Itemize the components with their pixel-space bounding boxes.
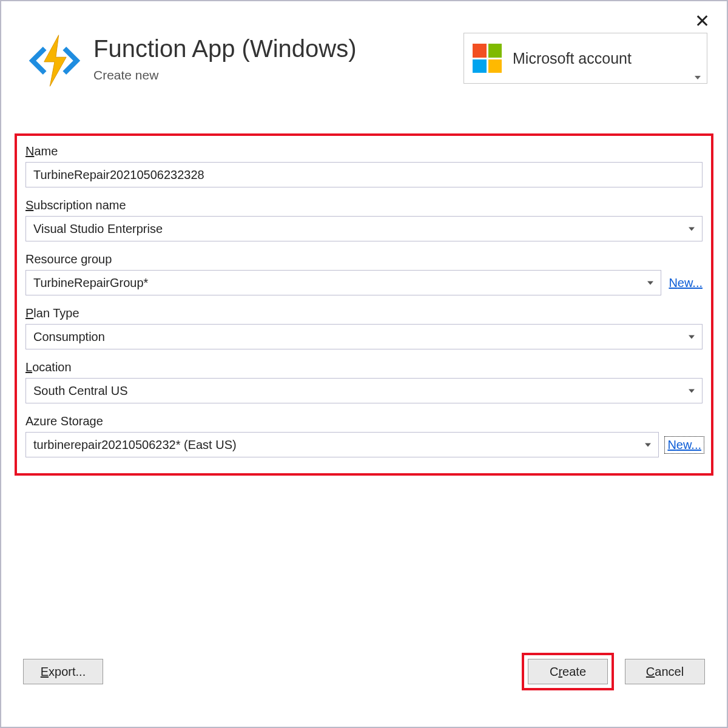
location-label: Location (25, 360, 72, 374)
chevron-down-icon (645, 443, 651, 447)
chevron-down-icon (689, 335, 695, 339)
chevron-down-icon (647, 281, 653, 285)
field-resource-group: Resource group TurbineRepairGroup* New..… (25, 252, 703, 295)
page-subtitle: Create new (93, 68, 463, 83)
chevron-down-icon (689, 389, 695, 393)
subscription-value: Visual Studio Enterprise (33, 222, 163, 236)
close-icon[interactable]: ✕ (695, 12, 710, 30)
subscription-label: Subscription name (25, 198, 126, 212)
azure-storage-new-link[interactable]: New... (666, 438, 703, 452)
account-label: Microsoft account (513, 50, 632, 67)
microsoft-logo-icon (473, 44, 502, 73)
page-title: Function App (Windows) (93, 35, 463, 62)
dialog-header: Function App (Windows) Create new Micros… (25, 35, 713, 90)
export-button[interactable]: Export... (23, 659, 103, 684)
location-select[interactable]: South Central US (25, 378, 703, 403)
field-subscription: Subscription name Visual Studio Enterpri… (25, 198, 703, 241)
account-selector[interactable]: Microsoft account (463, 33, 707, 84)
dialog-function-app-create: ✕ Function App (Windows) Create new Micr… (0, 0, 728, 728)
azure-storage-value: turbinerepair20210506232* (East US) (33, 438, 237, 452)
name-label: Name (25, 144, 58, 158)
dialog-footer: Export... Create Cancel (23, 653, 705, 690)
chevron-down-icon (689, 228, 695, 231)
azure-storage-label: Azure Storage (25, 414, 103, 428)
cancel-button[interactable]: Cancel (625, 659, 705, 684)
create-button[interactable]: Create (528, 659, 608, 684)
field-azure-storage: Azure Storage turbinerepair20210506232* … (25, 414, 703, 457)
subscription-select[interactable]: Visual Studio Enterprise (25, 216, 703, 241)
resource-group-select[interactable]: TurbineRepairGroup* (25, 270, 661, 295)
field-plan-type: Plan Type Consumption (25, 306, 703, 349)
plan-type-select[interactable]: Consumption (25, 324, 703, 349)
azure-storage-select[interactable]: turbinerepair20210506232* (East US) (25, 432, 659, 457)
create-highlight: Create (522, 653, 614, 690)
resource-group-value: TurbineRepairGroup* (33, 276, 148, 290)
name-input[interactable] (25, 162, 703, 187)
resource-group-label: Resource group (25, 252, 112, 266)
plan-type-value: Consumption (33, 330, 105, 344)
resource-group-new-link[interactable]: New... (669, 276, 703, 290)
field-location: Location South Central US (25, 360, 703, 403)
form-highlight-area: Name Subscription name Visual Studio Ent… (15, 133, 713, 476)
chevron-down-icon (695, 76, 701, 79)
field-name: Name (25, 144, 703, 187)
azure-functions-icon (25, 32, 84, 90)
plan-type-label: Plan Type (25, 306, 79, 320)
location-value: South Central US (33, 384, 128, 398)
